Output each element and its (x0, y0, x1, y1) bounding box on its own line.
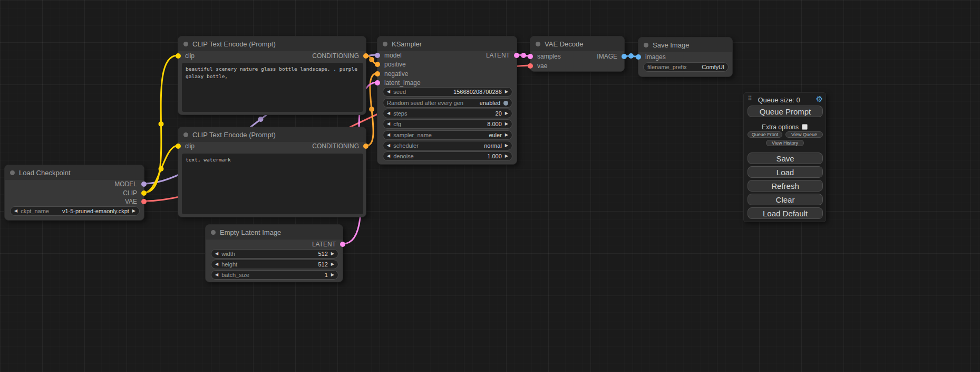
node-title: VAE Decode (545, 40, 583, 48)
decrement-arrow-icon[interactable]: ◀ (215, 270, 218, 280)
widget-scheduler[interactable]: ◀ scheduler normal ▶ (383, 141, 512, 150)
output-slot-conditioning[interactable] (363, 53, 368, 59)
node-vae-decode[interactable]: VAE Decode samples vae IMAGE (530, 36, 625, 72)
queue-front-button[interactable]: Queue Front (748, 131, 782, 138)
load-button[interactable]: Load (748, 166, 823, 178)
increment-arrow-icon[interactable]: ▶ (505, 130, 508, 140)
output-slot-label-latent: LATENT (312, 241, 336, 248)
node-clip-text-encode-negative[interactable]: CLIP Text Encode (Prompt) clip CONDITION… (178, 127, 366, 217)
increment-arrow-icon[interactable]: ▶ (505, 87, 508, 97)
input-slot-latent-image[interactable] (375, 80, 380, 85)
decrement-arrow-icon[interactable]: ◀ (387, 119, 390, 129)
decrement-arrow-icon[interactable]: ◀ (387, 87, 390, 97)
widget-height[interactable]: ◀ height 512 ▶ (211, 260, 338, 269)
widget-random-seed-toggle[interactable]: Random seed after every gen enabled (383, 98, 512, 108)
widget-label: width (221, 251, 235, 257)
widget-label: cfg (393, 121, 401, 127)
node-title-bar[interactable]: CLIP Text Encode (Prompt) (178, 36, 366, 51)
node-title-bar[interactable]: VAE Decode (530, 36, 624, 51)
widget-denoise[interactable]: ◀ denoise 1.000 ▶ (383, 151, 512, 161)
load-default-button[interactable]: Load Default (748, 207, 823, 219)
decrement-arrow-icon[interactable]: ◀ (387, 151, 390, 161)
toggle-on-icon[interactable] (503, 101, 508, 106)
decrement-arrow-icon[interactable]: ◀ (387, 109, 390, 118)
increment-arrow-icon[interactable]: ▶ (132, 206, 135, 216)
output-slot-conditioning[interactable] (363, 144, 368, 149)
decrement-arrow-icon[interactable]: ◀ (215, 260, 218, 269)
input-slot-clip[interactable] (176, 53, 181, 59)
link-midpoint-dot (258, 117, 264, 122)
widget-steps[interactable]: ◀ steps 20 ▶ (383, 109, 512, 118)
input-slot-positive[interactable] (375, 62, 380, 67)
increment-arrow-icon[interactable]: ▶ (505, 141, 508, 150)
node-empty-latent-image[interactable]: Empty Latent Image LATENT ◀ width 512 ▶ … (205, 224, 343, 282)
input-slot-negative[interactable] (375, 71, 380, 77)
output-slot-latent[interactable] (340, 242, 345, 247)
node-status-dot-icon[interactable] (644, 43, 648, 47)
decrement-arrow-icon[interactable]: ◀ (387, 130, 390, 140)
decrement-arrow-icon[interactable]: ◀ (14, 206, 17, 216)
node-title-bar[interactable]: Save Image (638, 37, 732, 52)
prompt-textarea[interactable]: text, watermark (182, 154, 363, 214)
input-slot-model[interactable] (375, 53, 380, 58)
increment-arrow-icon[interactable]: ▶ (505, 109, 508, 118)
decrement-arrow-icon[interactable]: ◀ (215, 249, 218, 259)
increment-arrow-icon[interactable]: ▶ (505, 119, 508, 129)
node-status-dot-icon[interactable] (183, 132, 188, 137)
extra-options-row: Extra options (744, 123, 826, 131)
output-slot-label-conditioning: CONDITIONING (312, 142, 359, 150)
node-load-checkpoint[interactable]: Load Checkpoint MODEL CLIP VAE ◀ ckpt_na… (4, 165, 144, 221)
widget-ckpt-name[interactable]: ◀ ckpt_name v1-5-pruned-emaonly.ckpt ▶ (10, 206, 140, 216)
widget-value: normal (484, 142, 502, 149)
node-title-bar[interactable]: KSampler (377, 36, 517, 51)
node-status-dot-icon[interactable] (183, 42, 188, 46)
output-slot-label-model: MODEL (114, 180, 137, 188)
output-slot-image[interactable] (622, 54, 627, 59)
node-status-dot-icon[interactable] (10, 170, 15, 175)
input-slot-images[interactable] (636, 54, 641, 60)
node-ksampler[interactable]: KSampler model positive negative latent_… (377, 36, 517, 165)
node-title-bar[interactable]: CLIP Text Encode (Prompt) (178, 127, 366, 142)
node-status-dot-icon[interactable] (536, 42, 540, 46)
decrement-arrow-icon[interactable]: ◀ (387, 141, 390, 150)
input-slot-clip[interactable] (176, 144, 181, 149)
increment-arrow-icon[interactable]: ▶ (331, 270, 334, 280)
widget-batch-size[interactable]: ◀ batch_size 1 ▶ (211, 270, 338, 280)
input-slot-vae[interactable] (528, 63, 533, 69)
node-graph-canvas[interactable]: Load Checkpoint MODEL CLIP VAE ◀ ckpt_na… (0, 0, 980, 372)
widget-label: scheduler (393, 142, 419, 149)
output-slot-model[interactable] (141, 182, 147, 187)
node-save-image[interactable]: Save Image images filename_prefix ComfyU… (638, 37, 733, 77)
output-slot-label-clip: CLIP (123, 189, 137, 197)
node-title-bar[interactable]: Empty Latent Image (206, 225, 343, 240)
output-slot-clip[interactable] (141, 190, 147, 196)
queue-menu-panel: ⠿ Queue size: 0 ⚙ Queue Prompt Extra opt… (743, 92, 826, 222)
node-status-dot-icon[interactable] (383, 42, 387, 46)
increment-arrow-icon[interactable]: ▶ (505, 151, 508, 161)
input-slot-samples[interactable] (528, 54, 533, 59)
node-clip-text-encode-positive[interactable]: CLIP Text Encode (Prompt) clip CONDITION… (178, 36, 366, 115)
increment-arrow-icon[interactable]: ▶ (331, 260, 334, 269)
output-slot-latent[interactable] (514, 53, 519, 58)
widget-label: ckpt_name (21, 208, 49, 214)
widget-sampler-name[interactable]: ◀ sampler_name euler ▶ (383, 130, 512, 140)
node-title: Save Image (653, 41, 689, 49)
refresh-button[interactable]: Refresh (748, 180, 823, 192)
increment-arrow-icon[interactable]: ▶ (331, 249, 334, 259)
widget-seed[interactable]: ◀ seed 156680208700286 ▶ (383, 87, 512, 97)
widget-filename-prefix[interactable]: filename_prefix ComfyUI (643, 62, 729, 72)
view-queue-button[interactable]: View Queue (785, 131, 823, 138)
widget-value: 20 (496, 110, 502, 117)
view-history-button[interactable]: View History (766, 140, 804, 146)
widget-width[interactable]: ◀ width 512 ▶ (211, 249, 338, 259)
queue-prompt-button[interactable]: Queue Prompt (748, 106, 823, 117)
node-title-bar[interactable]: Load Checkpoint (5, 165, 144, 180)
save-button[interactable]: Save (748, 152, 823, 164)
extra-options-checkbox[interactable] (802, 124, 808, 130)
settings-gear-icon[interactable]: ⚙ (816, 94, 823, 104)
widget-cfg[interactable]: ◀ cfg 8.000 ▶ (383, 119, 512, 129)
node-status-dot-icon[interactable] (211, 230, 216, 235)
prompt-textarea[interactable]: beautiful scenery nature glass bottle la… (182, 63, 363, 112)
clear-button[interactable]: Clear (748, 194, 823, 205)
output-slot-vae[interactable] (141, 199, 147, 204)
